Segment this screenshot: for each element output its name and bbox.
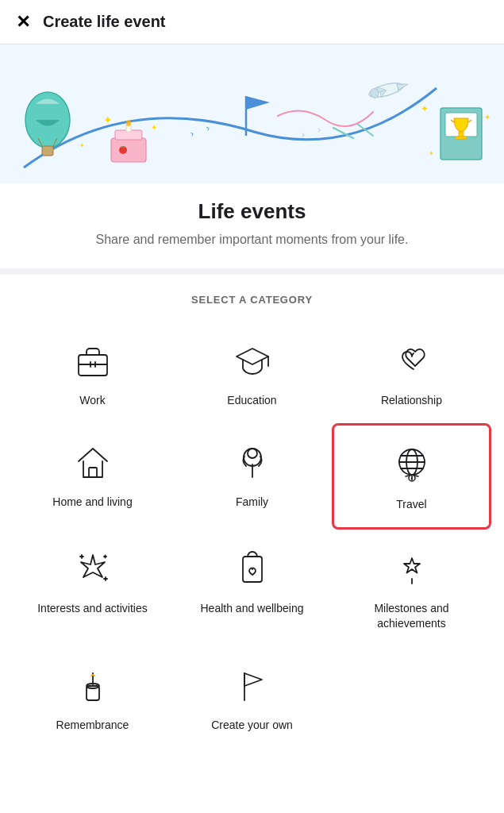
category-label-create-own: Create your own xyxy=(211,718,293,732)
tree-icon xyxy=(229,439,276,487)
svg-text:✦: ✦ xyxy=(103,114,113,126)
hero-title: Life events xyxy=(32,199,472,224)
category-item-family[interactable]: Family xyxy=(172,423,332,530)
category-item-create-own[interactable]: Create your own xyxy=(172,646,332,748)
header-title: Create life event xyxy=(43,13,166,31)
category-label-milestones: Milestones and achievements xyxy=(340,601,483,630)
category-label-health: Health and wellbeing xyxy=(201,601,304,615)
graduation-icon xyxy=(229,337,276,385)
category-label-home-living: Home and living xyxy=(52,495,132,509)
svg-rect-5 xyxy=(111,138,146,162)
close-button[interactable]: ✕ xyxy=(16,13,30,31)
category-label-interests: Interests and activities xyxy=(37,601,148,615)
clipboard-heart-icon xyxy=(229,545,276,593)
category-label-travel: Travel xyxy=(396,497,426,511)
svg-text:✦: ✦ xyxy=(151,123,157,132)
briefcase-icon xyxy=(69,337,117,385)
svg-text:✦: ✦ xyxy=(484,113,491,121)
category-label-work: Work xyxy=(79,393,105,407)
category-label-relationship: Relationship xyxy=(381,393,442,407)
svg-rect-32 xyxy=(79,355,107,376)
svg-marker-36 xyxy=(237,349,268,364)
category-item-work[interactable]: Work xyxy=(13,322,172,423)
category-item-home-living[interactable]: Home and living xyxy=(13,423,172,530)
header: ✕ Create life event xyxy=(0,0,504,44)
category-label-family: Family xyxy=(236,495,268,509)
svg-text:✦: ✦ xyxy=(79,142,85,149)
hero-section: Life events Share and remember important… xyxy=(0,183,504,275)
house-icon xyxy=(69,439,117,487)
category-label-education: Education xyxy=(227,393,276,407)
globe-icon xyxy=(388,441,436,489)
category-item-remembrance[interactable]: Remembrance xyxy=(13,646,172,748)
category-item-education[interactable]: Education xyxy=(172,322,332,423)
star-flag-icon xyxy=(388,545,436,593)
svg-point-40 xyxy=(244,449,261,466)
category-item-relationship[interactable]: Relationship xyxy=(332,322,491,423)
svg-rect-2 xyxy=(42,146,53,156)
svg-rect-25 xyxy=(459,132,464,137)
svg-rect-26 xyxy=(456,137,467,139)
svg-text:✦: ✦ xyxy=(429,150,434,157)
category-item-milestones[interactable]: Milestones and achievements xyxy=(332,530,491,645)
section-label: SELECT A CATEGORY xyxy=(13,294,491,306)
category-item-interests[interactable]: Interests and activities xyxy=(13,530,172,645)
flag-icon xyxy=(229,662,276,710)
hearts-icon xyxy=(388,337,436,385)
category-item-health[interactable]: Health and wellbeing xyxy=(172,530,332,645)
category-item-travel[interactable]: Travel xyxy=(332,423,491,530)
category-section: SELECT A CATEGORY Work Education Relatio… xyxy=(0,275,504,748)
hero-subtitle: Share and remember important moments fro… xyxy=(32,230,472,249)
category-label-remembrance: Remembrance xyxy=(56,718,129,732)
candle-icon xyxy=(69,662,117,710)
banner-illustration: ✦ ✦ ✦ › › › › ✦ xyxy=(0,44,504,183)
svg-rect-38 xyxy=(89,468,97,477)
star-sparkle-icon xyxy=(69,545,117,593)
svg-text:✦: ✦ xyxy=(421,103,429,114)
category-grid: Work Education Relationship Home and liv… xyxy=(13,322,491,748)
svg-point-41 xyxy=(248,449,257,458)
svg-point-8 xyxy=(126,120,131,126)
